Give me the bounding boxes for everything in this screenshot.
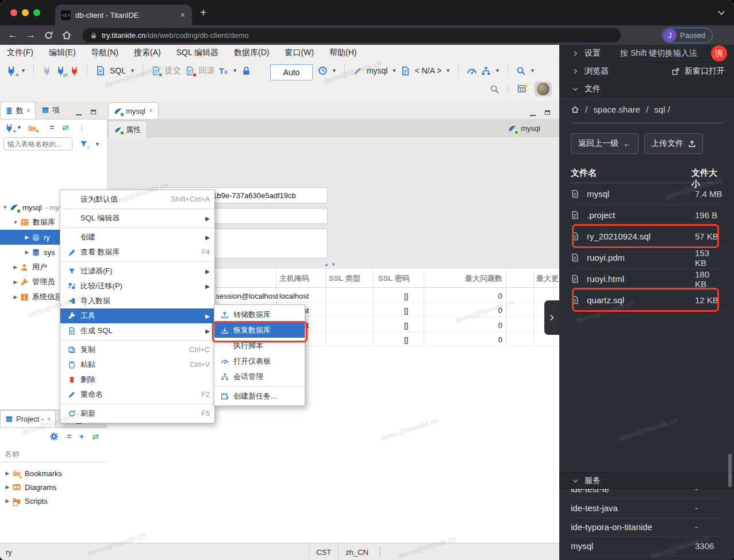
transaction-mode-icon[interactable]: T⠿ xyxy=(219,66,228,76)
crumb-space-share[interactable]: space.share xyxy=(593,105,640,114)
navigator-connection-dropdown-icon[interactable]: ▼ xyxy=(17,125,22,130)
table-filter-input[interactable] xyxy=(3,137,72,150)
perspective-table-icon[interactable] xyxy=(517,84,528,94)
traffic-light-zoom[interactable] xyxy=(33,9,40,16)
file-row-project[interactable]: .project 196 B xyxy=(571,204,723,226)
navigator-new-connection-icon[interactable]: + xyxy=(5,122,14,133)
cell-maxq[interactable]: 0 xyxy=(454,292,502,300)
file-row-ruoyi-pdm[interactable]: ruoyi.pdm 153 KB xyxy=(571,247,723,269)
history-dropdown-icon[interactable]: ▼ xyxy=(332,68,337,74)
menu-item-create[interactable]: 创建▶ xyxy=(60,230,214,245)
dashboard-icon[interactable] xyxy=(467,65,477,76)
services-scrollbar[interactable] xyxy=(728,454,732,487)
reconnect-icon[interactable]: ⇄ xyxy=(56,65,66,76)
col-max-updates[interactable]: 最大更 xyxy=(536,273,559,284)
address-bar[interactable]: try.titanide.cn/ide/web/coding/db-client… xyxy=(82,28,621,43)
project-expand-icon[interactable]: + xyxy=(79,432,84,441)
quick-search-icon[interactable] xyxy=(490,84,499,94)
new-connection-dropdown-icon[interactable]: ▼ xyxy=(21,68,26,74)
status-locale[interactable]: zh_CN xyxy=(338,543,375,560)
database-dropdown-icon[interactable]: ▼ xyxy=(445,68,451,74)
forward-icon[interactable]: → xyxy=(26,29,36,41)
service-row-ide-test-java[interactable]: ide-test-java - xyxy=(571,499,723,518)
home-icon[interactable] xyxy=(571,105,579,114)
project-node-bookmarks[interactable]: ▶ ★ Bookmarks xyxy=(0,466,107,481)
service-row-ide-typora[interactable]: ide-typora-on-titanide - xyxy=(571,517,723,537)
tab-close-icon[interactable]: × xyxy=(149,107,153,115)
cell-maxq[interactable]: 0 xyxy=(454,335,502,344)
new-script-icon[interactable] xyxy=(151,65,161,76)
menu-item-set-default[interactable]: 设为默认值Shift+Ctrl+A xyxy=(60,192,214,207)
user-avatar-button[interactable] xyxy=(535,82,552,96)
project-node-scripts[interactable]: ▶ Scripts xyxy=(0,493,107,508)
file-row-quartz-sql[interactable]: quartz.sql 12 KB xyxy=(571,289,723,311)
project-link-icon[interactable]: ⇄ xyxy=(92,432,99,441)
menu-item-refresh[interactable]: 刷新F5 xyxy=(60,406,214,421)
project-collapse-icon[interactable]: = xyxy=(67,432,71,441)
sql-script-icon[interactable] xyxy=(95,65,106,76)
session-manager-icon[interactable] xyxy=(481,66,491,76)
service-row-ide-test-fe[interactable]: ide-test-fe - xyxy=(571,489,723,499)
crumb-sql[interactable]: sql / xyxy=(654,105,670,114)
menu-item-paste[interactable]: 粘贴Ctrl+V xyxy=(60,357,214,372)
menu-item-generate-sql[interactable]: 生成 SQL▶ xyxy=(60,323,214,338)
menu-item-copy[interactable]: 复制Ctrl+C xyxy=(60,342,214,357)
col-ssl-type[interactable]: SSL 类型 xyxy=(329,273,360,284)
tab-close-icon[interactable]: × xyxy=(179,10,186,20)
submenu-item-session-manager[interactable]: 会话管理 xyxy=(214,369,305,384)
settings-row[interactable]: 设置 按 Shift 键切换输入法 演 xyxy=(559,45,734,63)
tab-database-navigator[interactable]: 数 × xyxy=(0,102,36,119)
service-row-mysql[interactable]: mysql 3306 xyxy=(571,536,723,556)
menu-help[interactable]: 帮助(H) xyxy=(329,48,356,58)
right-panel-toggle-handle[interactable] xyxy=(544,300,559,335)
project-node-diagrams[interactable]: ▶ Diagrams xyxy=(0,480,107,495)
home-icon[interactable] xyxy=(62,30,72,40)
toolbar-search-icon[interactable] xyxy=(516,66,526,76)
active-connection-select[interactable]: mysql xyxy=(367,66,388,75)
traffic-light-close[interactable] xyxy=(10,9,17,16)
menu-item-filter[interactable]: 过滤器(F)▶ xyxy=(60,264,214,279)
menu-database[interactable]: 数据库(D) xyxy=(234,48,269,58)
files-section-row[interactable]: 文件 xyxy=(559,80,734,98)
cell-user[interactable]: .session@localhost xyxy=(214,292,278,300)
browser-row[interactable]: 浏览器 新窗口打开 xyxy=(559,63,734,80)
file-row-mysql[interactable]: mysql 7.4 MB xyxy=(571,183,723,205)
open-new-window-label[interactable]: 新窗口打开 xyxy=(685,66,725,76)
demo-badge[interactable]: 演 xyxy=(711,45,727,61)
toolbar-kebab-icon[interactable]: ⋮ xyxy=(505,85,512,94)
subtab-properties[interactable]: 属性 xyxy=(108,121,147,138)
status-timezone[interactable]: CST xyxy=(309,543,338,560)
cell-maxq[interactable]: 0 xyxy=(454,306,502,315)
menu-file[interactable]: 文件(F) xyxy=(7,48,33,58)
commit-button[interactable]: 提交 xyxy=(165,65,181,76)
maximize-editor-icon[interactable] xyxy=(545,107,550,117)
back-icon[interactable]: ← xyxy=(8,29,18,41)
sql-editor-button[interactable]: SQL xyxy=(110,66,126,75)
admin-dropdown-icon[interactable]: ▼ xyxy=(495,68,500,74)
project-gear-icon[interactable] xyxy=(49,432,59,441)
filter-dropdown-icon[interactable]: ▼ xyxy=(95,141,100,147)
menu-edit[interactable]: 编辑(E) xyxy=(49,48,76,58)
reload-icon[interactable] xyxy=(44,30,53,40)
cell-maxq[interactable]: 0 xyxy=(454,321,502,330)
menu-navigate[interactable]: 导航(N) xyxy=(91,48,118,58)
col-host-mask[interactable]: 主机掩码 xyxy=(279,273,309,284)
menu-search[interactable]: 搜索(A) xyxy=(134,48,161,58)
menu-item-delete[interactable]: 删除 xyxy=(60,372,214,387)
tab-projects[interactable]: 项 xyxy=(37,102,64,118)
minimize-editor-icon[interactable] xyxy=(530,108,536,118)
minimize-panel-icon[interactable] xyxy=(76,107,82,118)
menu-item-import-data[interactable]: 导入数据 xyxy=(60,293,214,308)
transaction-log-icon[interactable] xyxy=(317,65,328,76)
cell-ssl[interactable]: [] xyxy=(404,321,408,330)
cell-ssl[interactable]: [] xyxy=(404,306,408,315)
menu-sql-editor[interactable]: SQL 编辑器 xyxy=(176,48,218,58)
open-new-window-icon[interactable] xyxy=(671,67,680,76)
menu-item-tools[interactable]: 工具▶ xyxy=(60,308,214,323)
menu-window[interactable]: 窗口(W) xyxy=(285,48,314,58)
transaction-dropdown-icon[interactable]: ▼ xyxy=(232,68,237,74)
profile-chip[interactable]: J Paused xyxy=(662,28,713,43)
menu-item-view-database[interactable]: 查看 数据库F4 xyxy=(60,245,214,260)
active-database-select[interactable]: < N/A > xyxy=(414,66,441,75)
menu-item-compare-migrate[interactable]: 比较/迁移(P)▶ xyxy=(60,279,214,293)
